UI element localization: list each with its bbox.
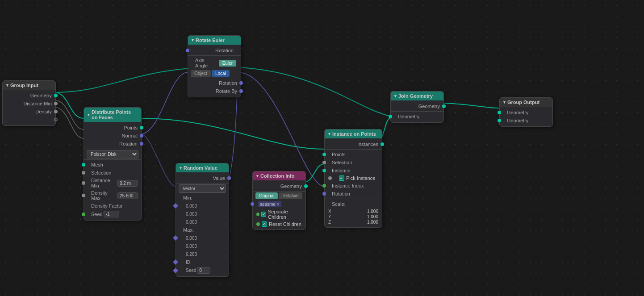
dist-points-row: Points [84,124,141,132]
sep-children-socket[interactable] [256,213,259,216]
ci-geometry-socket[interactable] [304,184,308,188]
method-dropdown[interactable]: Poisson Disk Random [87,150,138,158]
distribute-body: Points Normal Rotation Poisson Disk Rand… [84,122,141,220]
extra-out-socket[interactable] [54,118,58,121]
jg-geometry-in-socket[interactable] [389,115,392,118]
rv-seed-field[interactable] [197,267,210,274]
dist-min-input-row: Distance Min [84,177,141,189]
object-btn[interactable]: Object [191,70,211,77]
iop-instance-socket[interactable] [322,169,326,172]
re-rotation-out-label: Rotation [219,80,237,86]
collection-tag-row: seasme × [253,200,305,208]
rv-min-y-row: 0.000 [176,210,229,218]
density-max-field[interactable] [117,192,138,199]
iop-rotation-socket[interactable] [322,192,326,196]
rv-max-x-socket[interactable] [173,235,178,240]
iop-pick-instance-row: ✓ Pick Instance [325,175,382,182]
scale-z-label: Z [328,220,348,225]
divider-iop [325,149,382,150]
random-value-node: ▾ Random Value Value Vector Float Min: 0… [176,163,229,277]
separate-children-row: ✓ Separate Children [253,208,305,221]
geometry-out-socket[interactable] [54,94,58,97]
seed-in-socket[interactable] [82,213,85,216]
rv-min-z-val: 0.000 [180,220,197,225]
join-geometry-header[interactable]: ▾ Join Geometry [391,92,443,100]
scale-x-label: X [328,209,348,214]
ci-geometry-label: Geometry [280,183,302,189]
re-rotation-label: Rotation [192,48,237,53]
go-geometry1-socket[interactable] [498,111,501,114]
random-value-header[interactable]: ▾ Random Value [176,163,229,172]
rv-type-dropdown[interactable]: Vector Float [179,184,226,193]
rv-max-y-row: 0.000 [176,242,229,250]
group-input-geometry-row: Geometry [3,92,55,100]
rv-min-x-socket[interactable] [173,203,178,208]
iop-index-socket[interactable] [322,184,326,188]
selection-row: Selection [84,169,141,177]
normal-out-socket[interactable] [140,134,143,138]
distmin-out-socket[interactable] [54,102,58,105]
distribute-node: ▾ Distribute Points on Faces Points Norm… [84,107,142,221]
rv-value-row: Value [176,174,229,182]
distribute-header[interactable]: ▾ Distribute Points on Faces [84,108,141,122]
rv-id-label: ID [180,260,190,265]
rotation-out-socket[interactable] [140,142,143,146]
group-input-header[interactable]: ▾ Group Input [3,81,55,90]
jg-geometry-out-socket[interactable] [442,104,446,108]
iop-instances-socket[interactable] [381,142,384,146]
iop-points-socket[interactable] [322,153,326,156]
re-rotation-out-socket[interactable] [239,81,243,85]
reset-children-socket[interactable] [256,222,260,226]
collection-info-title: Collection Info [260,173,294,179]
distmin-in-socket[interactable] [82,181,85,185]
group-output-title: Group Output [507,100,539,105]
local-btn[interactable]: Local [212,70,230,77]
iop-instance-row: Instance [325,167,382,175]
re-rotation-in-socket[interactable] [186,49,189,52]
divider-ci [253,191,305,192]
separate-children-check[interactable]: ✓ [261,212,266,217]
mesh-label: Mesh [88,162,103,167]
go-geometry2-socket[interactable] [498,119,501,122]
selection-in-socket[interactable] [82,171,85,175]
rv-max-y-val: 0.000 [180,244,197,249]
density-max-row: Density Max [84,189,141,202]
instance-on-points-title: Instance on Points [332,131,376,137]
densitymax-in-socket[interactable] [82,194,85,197]
original-btn[interactable]: Original [255,192,278,199]
reset-children-label: Reset Children [269,221,301,227]
iop-rotation-row: Rotation [325,190,382,198]
euler-btn[interactable]: Euler [219,60,236,67]
collapse-icon-go: ▾ [503,100,506,104]
density-out-socket[interactable] [54,110,58,113]
separate-children-label: Separate Children [268,209,302,220]
iop-pick-socket[interactable] [328,176,332,180]
re-rotation-in-row: Rotation [188,46,241,54]
group-input-distmin-row: Distance Min [3,100,55,108]
dist-min-field[interactable] [117,180,138,187]
ci-collection-socket[interactable] [251,202,254,206]
reset-children-check[interactable]: ✓ [262,221,267,227]
re-rotate-by-socket[interactable] [239,89,243,93]
object-local-group: Object Local [191,70,238,77]
iop-scale-label: Scale: [328,201,346,207]
rv-seed-socket[interactable] [173,268,178,273]
rv-id-socket[interactable] [173,259,178,264]
iop-selection-socket[interactable] [322,161,326,164]
divider-iop2 [325,199,382,199]
rotate-euler-header[interactable]: ▾ Rotate Euler [188,36,241,45]
group-output-header[interactable]: ▾ Group Output [500,98,552,107]
seed-field[interactable] [104,211,119,217]
collection-info-header[interactable]: ▾ Collection Info [253,171,305,180]
divider-jg [391,111,443,112]
ci-geometry-row: Geometry [253,182,305,190]
rv-value-socket[interactable] [227,176,231,180]
relative-btn[interactable]: Relative [279,192,302,199]
group-output-body: Geometry Geometry [500,107,552,126]
points-out-socket[interactable] [140,126,143,129]
instance-on-points-header[interactable]: ▾ Instance on Points [325,129,382,138]
mesh-in-socket[interactable] [82,163,85,167]
pick-instance-check[interactable]: ✓ [339,175,344,181]
tag-close-btn[interactable]: × [277,202,280,207]
iop-points-row: Points [325,150,382,158]
